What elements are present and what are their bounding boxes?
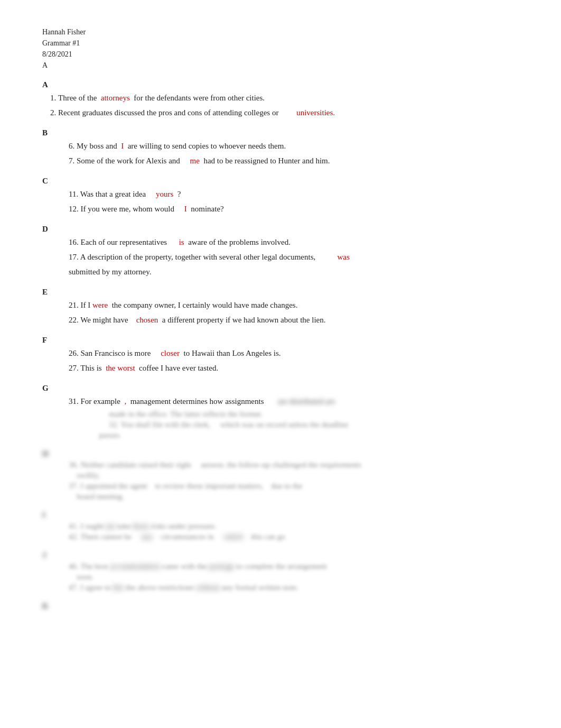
blurred-line-10: 46. The best accommodation came with the… [69,562,519,571]
list-item: 16. Each of our representatives is aware… [69,236,519,248]
list-item: 11. Was that a great idea yours ? [69,188,519,200]
section-c: C 11. Was that a great idea yours ? 12. … [42,177,519,215]
section-b: B 6. My boss and I are willing to send c… [42,128,519,167]
section-g: G 31. For example , management determine… [42,384,519,440]
highlight-chosen: chosen [136,316,158,324]
section-c-content: 11. Was that a great idea yours ? 12. If… [42,188,519,215]
list-item: 27. This is the worst coffee I have ever… [69,362,519,374]
highlight-attorneys: attorneys [101,94,130,102]
section-a: A Three of the attorneys for the defenda… [42,80,519,119]
blurred-line-4: 36. Neither candidate raised their right… [69,460,519,469]
section-e: E 21. If I were the company owner, I cer… [42,288,519,326]
section-f: F 26. San Francisco is more closer to Ha… [42,336,519,374]
continued-text: submitted by my attorney. [69,265,519,278]
blurred-line-5: swiftly. [69,471,519,480]
blurred-red-4: which [223,532,243,541]
list-item: 21. If I were the company owner, I certa… [69,299,519,311]
blurred-line-2: 32. You shall file with the clerk, which… [69,420,519,429]
list-item: 31. For example , management determines … [69,395,519,408]
date: 8/28/2021 [42,49,519,60]
section-i: I 41. I ought not take those risks under… [42,511,519,541]
blurred-line-3: passes. [69,431,519,440]
section-h-label: H [42,449,519,458]
blurred-line-8: 41. I ought not take those risks under p… [69,522,519,531]
section-c-label: C [42,177,519,186]
section-j-label: J [42,551,519,560]
list-item: 7. Some of the work for Alexis and me ha… [69,154,519,167]
blurred-line-1: made in the office. The latter reflects … [69,410,519,419]
section-e-content: 21. If I were the company owner, I certa… [42,299,519,326]
list-item: 6. My boss and I are willing to send cop… [69,140,519,152]
section-i-label: I [42,511,519,520]
section-a-items: Three of the attorneys for the defendant… [42,91,519,119]
grade: A [42,60,519,71]
blurred-red-7: this [113,583,124,592]
highlight-were: were [92,301,108,309]
section-f-content: 26. San Francisco is more closer to Hawa… [42,347,519,374]
blurred-red-3: any [142,532,153,541]
section-e-label: E [42,288,519,297]
blurred-line-11: soon. [69,573,519,582]
section-i-content: 41. I ought not take those risks under p… [42,522,519,541]
highlight-closer: closer [161,349,180,357]
highlight-me-1: me [190,156,200,165]
section-f-label: F [42,336,519,345]
list-item: 26. San Francisco is more closer to Hawa… [69,347,519,360]
blurred-line-9: 42. There cannot be any circumstances in… [69,532,519,541]
blurred-line-7: board meeting. [69,492,519,501]
highlight-yours: yours [156,190,173,198]
section-h-content: 36. Neither candidate raised their right… [42,460,519,501]
blurred-red-5: accommodation [109,562,160,570]
blurred-text-1: are distributed are [278,397,335,406]
section-b-label: B [42,128,519,137]
list-item: Three of the attorneys for the defendant… [58,91,519,104]
student-name: Hannah Fisher [42,26,519,38]
document-header: Hannah Fisher Grammar #1 8/28/2021 A [42,26,519,71]
blurred-red-2: those [133,522,149,530]
section-j: J 46. The best accommodation came with t… [42,551,519,592]
list-item: Recent graduates discussed the pros and … [58,106,519,119]
highlight-i-2: I [184,205,187,213]
section-g-content: 31. For example , management determines … [42,395,519,440]
blurred-red-6: package [209,562,235,570]
highlight-was: was [337,253,349,261]
blurred-line-6: 37. I appointed the agent to review thes… [69,482,519,491]
section-k-label: K [42,602,519,611]
highlight-universities: universities. [296,108,335,117]
blurred-line-12: 47. I agree to this the above restrictio… [69,583,519,592]
section-a-label: A [42,80,519,89]
list-item: 17. A description of the property, toget… [69,251,519,263]
section-g-label: G [42,384,519,393]
section-k: K [42,602,519,611]
section-d-content: 16. Each of our representatives is aware… [42,236,519,278]
highlight-is: is [179,238,184,246]
blurred-red-1: not [105,522,115,530]
section-d: D 16. Each of our representatives is awa… [42,225,519,278]
section-d-label: D [42,225,519,234]
section-b-content: 6. My boss and I are willing to send cop… [42,140,519,167]
section-j-content: 46. The best accommodation came with the… [42,562,519,592]
course-name: Grammar #1 [42,38,519,49]
highlight-comma: , [124,397,126,406]
highlight-the-worst: the worst [106,364,135,372]
highlight-i-1: I [121,142,124,150]
list-item: 22. We might have chosen a different pro… [69,314,519,326]
blurred-red-8: without [195,583,220,592]
list-item: 12. If you were me, whom would I nominat… [69,202,519,215]
section-h: H 36. Neither candidate raised their rig… [42,449,519,501]
